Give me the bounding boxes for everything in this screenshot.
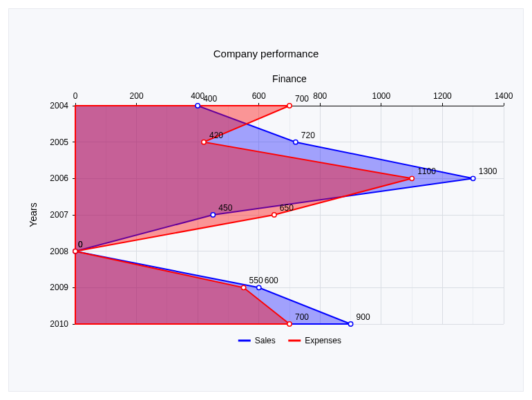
y-axis-title: Years bbox=[28, 202, 39, 227]
x-tick-label: 1200 bbox=[433, 91, 452, 101]
data-point bbox=[287, 104, 292, 108]
data-point bbox=[348, 322, 352, 326]
chart-panel: Company performanceFinanceYears020040060… bbox=[8, 8, 524, 392]
data-label: 420 bbox=[209, 131, 223, 140]
x-tick-label: 800 bbox=[313, 91, 327, 101]
legend-label-sales: Sales bbox=[255, 336, 276, 345]
data-label: 600 bbox=[265, 276, 278, 285]
x-tick-label: 200 bbox=[130, 91, 144, 101]
data-point bbox=[202, 140, 206, 144]
data-point bbox=[410, 176, 414, 180]
data-point bbox=[211, 213, 215, 217]
data-point bbox=[241, 285, 245, 289]
data-point bbox=[272, 213, 276, 217]
x-tick-label: 0 bbox=[73, 91, 78, 101]
data-label: 900 bbox=[357, 312, 370, 322]
data-label: 400 bbox=[203, 94, 217, 104]
x-tick-label: 600 bbox=[252, 91, 266, 101]
data-point bbox=[73, 249, 77, 253]
data-label: 0 bbox=[78, 240, 83, 249]
data-label: 720 bbox=[301, 131, 315, 140]
data-label: 550 bbox=[249, 276, 263, 285]
y-tick-label: 2010 bbox=[50, 319, 68, 329]
data-point bbox=[294, 140, 298, 144]
data-point bbox=[287, 322, 292, 326]
legend-label-expenses: Expenses bbox=[305, 336, 341, 345]
y-tick-label: 2005 bbox=[50, 137, 68, 147]
x-tick-label: 1000 bbox=[372, 91, 391, 101]
y-tick-label: 2008 bbox=[50, 247, 68, 256]
data-label: 450 bbox=[218, 203, 232, 213]
data-point bbox=[471, 176, 475, 180]
data-label: 650 bbox=[280, 203, 294, 213]
chart-frame: Company performanceFinanceYears020040060… bbox=[0, 0, 532, 400]
data-point bbox=[257, 285, 261, 289]
y-tick-label: 2004 bbox=[50, 101, 68, 111]
y-tick-label: 2007 bbox=[50, 210, 68, 220]
data-label: 700 bbox=[295, 94, 309, 104]
data-label: 1300 bbox=[479, 166, 497, 176]
y-tick-label: 2006 bbox=[50, 173, 68, 183]
data-label: 700 bbox=[295, 312, 309, 322]
chart-svg: Company performanceFinanceYears020040060… bbox=[9, 9, 523, 391]
x-tick-label: 1400 bbox=[495, 91, 513, 101]
data-point bbox=[196, 104, 200, 108]
data-label: 1100 bbox=[417, 166, 436, 176]
chart-title: Company performance bbox=[213, 48, 319, 59]
y-tick-label: 2009 bbox=[50, 283, 68, 292]
x-axis-title: Finance bbox=[272, 73, 307, 84]
